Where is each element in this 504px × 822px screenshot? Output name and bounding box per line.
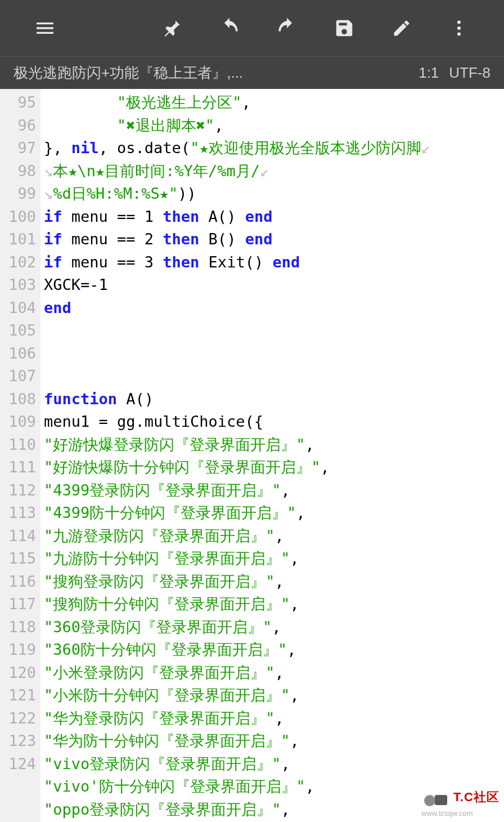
svg-point-3: [424, 795, 435, 806]
code-editor[interactable]: 9596979899100101102103104105106107108109…: [0, 89, 504, 822]
code-area[interactable]: "极光逃生上分区", "✖退出脚本✖",}, nil, os.date("★欢迎…: [40, 89, 504, 822]
filename-label: 极光逃跑防闪+功能『稳上王者』,...: [14, 63, 418, 83]
svg-point-2: [457, 33, 461, 36]
svg-point-1: [457, 26, 461, 30]
svg-point-0: [457, 21, 461, 24]
watermark: T.C社区 www.tcsqw.com: [421, 787, 500, 817]
undo-icon[interactable]: [201, 0, 258, 56]
menu-icon[interactable]: [17, 0, 73, 56]
svg-rect-4: [435, 795, 447, 805]
redo-icon[interactable]: [259, 0, 315, 56]
save-icon[interactable]: [316, 0, 372, 56]
more-icon[interactable]: [431, 0, 487, 56]
statusbar: 极光逃跑防闪+功能『稳上王者』,... 1:1 UTF-8: [0, 56, 504, 89]
line-gutter: 9596979899100101102103104105106107108109…: [0, 89, 40, 822]
encoding-label: UTF-8: [449, 64, 490, 82]
toolbar: [0, 0, 504, 56]
cursor-position: 1:1: [418, 64, 439, 82]
edit-icon[interactable]: [374, 0, 430, 56]
pin-icon[interactable]: [144, 0, 200, 56]
